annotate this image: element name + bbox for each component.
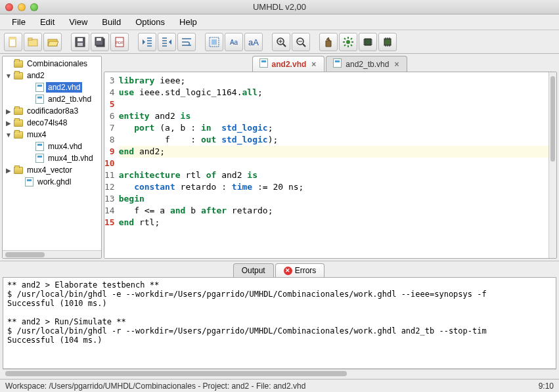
minimize-window-icon[interactable] [18, 3, 26, 11]
build-icon[interactable] [319, 33, 338, 51]
window-title: UMHDL v2,00 [253, 2, 306, 12]
code-area[interactable]: library ieee;use ieee.std_logic_1164.all… [119, 72, 548, 258]
svg-rect-1 [9, 37, 16, 39]
menu-build[interactable]: Build [95, 15, 127, 29]
titlebar: UMHDL v2,00 [0, 0, 559, 14]
new-file-icon[interactable] [4, 33, 22, 51]
tree-node[interactable]: work.ghdl [3, 176, 101, 188]
output-console[interactable]: ** and2 > Elaborate testbench ** $ /usr/… [3, 277, 556, 369]
status-left: Workspace: /Users/pgarrido/UMHDL/Combina… [5, 381, 305, 391]
save-all-icon[interactable] [91, 33, 109, 51]
output-tab-output[interactable]: Output [233, 263, 274, 277]
zoom-out-icon[interactable] [292, 33, 310, 51]
font-small-icon[interactable]: Aa [225, 33, 243, 51]
code-editor[interactable]: 3456789101112131415 library ieee;use iee… [104, 72, 557, 259]
tree-node[interactable]: and2_tb.vhd [3, 93, 101, 105]
error-icon: ✕ [284, 267, 292, 275]
indent-right-icon[interactable] [158, 33, 176, 51]
tree-node[interactable]: ▼mux4 [3, 129, 101, 141]
tree-node[interactable]: Combinacionales [3, 58, 101, 70]
close-tab-icon[interactable]: × [310, 60, 317, 69]
tree-node[interactable]: mux4.vhd [3, 141, 101, 152]
tree-node[interactable]: mux4_tb.vhd [3, 152, 101, 164]
editor-tab[interactable]: and2_tb.vhd× [326, 56, 407, 72]
open-folder-icon[interactable] [43, 33, 62, 51]
save-icon[interactable] [71, 33, 89, 51]
zoom-window-icon[interactable] [30, 3, 38, 11]
console-hscroll[interactable] [3, 369, 556, 377]
svg-rect-6 [78, 38, 83, 41]
tree-hscroll[interactable] [3, 250, 101, 258]
gear-icon[interactable] [339, 33, 357, 51]
menu-edit[interactable]: Edit [34, 15, 61, 29]
tree-node[interactable]: ▶mux4_vector [3, 164, 101, 176]
close-tab-icon[interactable]: × [393, 60, 400, 69]
svg-rect-14 [212, 39, 217, 45]
svg-rect-7 [78, 43, 83, 46]
menu-view[interactable]: View [62, 15, 94, 29]
svg-text:aA: aA [248, 37, 259, 47]
tree-node[interactable]: ▼and2 [3, 70, 101, 81]
output-tab-errors[interactable]: ✕Errors [275, 263, 325, 277]
chip-alt-icon[interactable] [378, 33, 397, 51]
line-gutter: 3456789101112131415 [104, 72, 119, 258]
tree-node[interactable]: ▶codificador8a3 [3, 105, 101, 117]
chip-icon[interactable] [359, 33, 377, 51]
menu-help[interactable]: Help [173, 15, 204, 29]
status-bar: Workspace: /Users/pgarrido/UMHDL/Combina… [0, 379, 559, 392]
wrap-icon[interactable] [177, 33, 196, 51]
editor-tab[interactable]: and2.vhd× [252, 56, 325, 72]
open-file-icon[interactable] [24, 33, 42, 51]
tree-node[interactable]: and2.vhd [3, 81, 101, 93]
indent-left-icon[interactable] [138, 33, 156, 51]
output-tabs: Output✕Errors [0, 261, 559, 277]
svg-rect-3 [28, 38, 32, 40]
menu-options[interactable]: Options [129, 15, 171, 29]
tree-node[interactable]: ▶deco74ls48 [3, 117, 101, 129]
svg-rect-10 [97, 38, 101, 41]
menubar: FileEditViewBuildOptionsHelp [0, 14, 559, 30]
project-tree-panel: Combinacionales▼and2and2.vhdand2_tb.vhd▶… [2, 56, 102, 259]
menu-file[interactable]: File [5, 15, 32, 29]
toolbar: PDFAaaA [0, 30, 559, 54]
close-window-icon[interactable] [5, 3, 13, 11]
editor-vscroll[interactable] [548, 72, 556, 258]
export-pdf-icon[interactable]: PDF [110, 33, 129, 51]
font-large-icon[interactable]: aA [244, 33, 263, 51]
svg-point-19 [346, 40, 350, 44]
status-cursor-pos: 9:10 [539, 381, 554, 391]
svg-rect-20 [365, 39, 371, 45]
project-tree[interactable]: Combinacionales▼and2and2.vhdand2_tb.vhd▶… [3, 56, 101, 250]
select-all-icon[interactable] [205, 33, 223, 51]
svg-text:Aa: Aa [230, 39, 238, 46]
svg-text:PDF: PDF [116, 41, 123, 45]
editor-tabs: and2.vhd×and2_tb.vhd× [104, 56, 557, 72]
svg-rect-21 [384, 39, 391, 45]
zoom-in-icon[interactable] [272, 33, 290, 51]
